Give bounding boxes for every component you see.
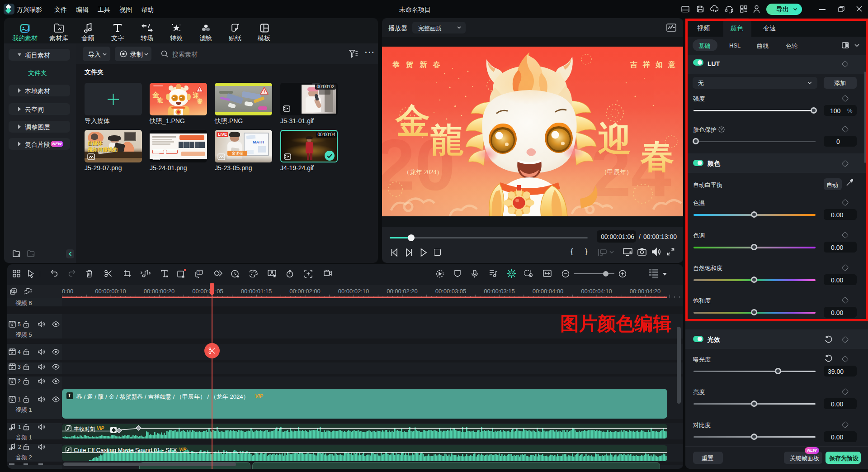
svg-text:00:00:00: 00:00:00 [51, 288, 74, 295]
svg-text:（龙年 2024）: （龙年 2024） [403, 169, 443, 176]
svg-text:龍: 龍 [430, 122, 464, 159]
svg-text:00:00:01:15: 00:00:01:15 [241, 288, 272, 295]
svg-text:00:00:04:00: 00:00:04:00 [533, 288, 564, 295]
svg-text:（甲辰年）: （甲辰年） [601, 169, 632, 176]
svg-text:恭贺新春: 恭贺新春 [392, 61, 447, 68]
svg-text:00:00:02:20: 00:00:02:20 [387, 288, 418, 295]
svg-text:00:00:04:20: 00:00:04:20 [630, 288, 661, 295]
svg-text:金: 金 [395, 102, 430, 140]
svg-text:吉祥如意: 吉祥如意 [630, 61, 681, 68]
svg-text:00:00:02:10: 00:00:02:10 [338, 288, 369, 295]
svg-text:00:00:02:00: 00:00:02:00 [289, 288, 321, 295]
svg-text:00:00:00:10: 00:00:00:10 [95, 288, 126, 295]
svg-text:00:00:00:20: 00:00:00:20 [144, 288, 175, 295]
svg-text:00:00:03:05: 00:00:03:05 [435, 288, 467, 295]
svg-text:迎: 迎 [598, 121, 632, 158]
svg-text:春: 春 [640, 138, 674, 175]
svg-text:00:00:03:15: 00:00:03:15 [484, 288, 515, 295]
svg-text:00:00:01:05: 00:00:01:05 [192, 288, 223, 295]
svg-text:00:00:04:10: 00:00:04:10 [581, 288, 612, 295]
